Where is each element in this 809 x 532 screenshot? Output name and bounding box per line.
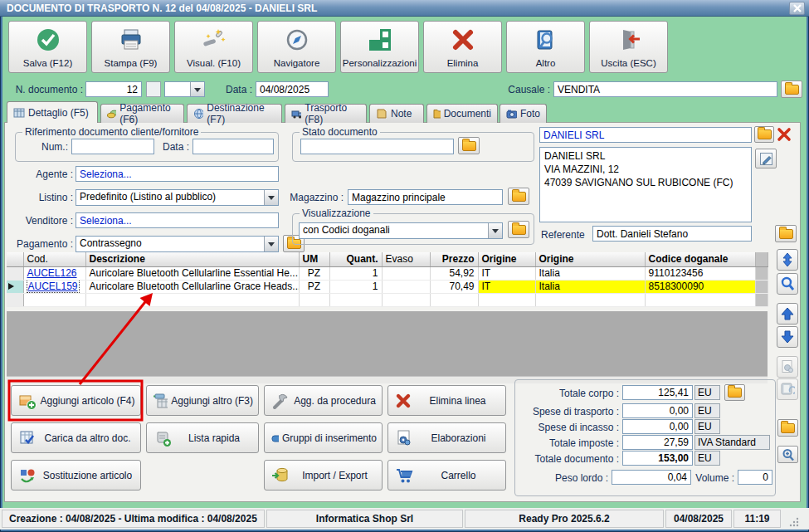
chevron-down-icon[interactable] — [190, 82, 204, 96]
ref-date-input[interactable] — [193, 139, 274, 154]
delete-line-x-icon — [395, 393, 412, 409]
add-from-procedure-button[interactable]: Agg. da procedura — [264, 385, 383, 416]
referente-folder-button[interactable] — [775, 225, 797, 242]
customer-edit-button[interactable] — [755, 149, 777, 168]
customer-clear-button[interactable] — [776, 126, 792, 143]
tab-foto[interactable]: Foto — [500, 104, 547, 123]
visualizzazione-folder-button[interactable] — [508, 221, 529, 238]
causale-folder-button[interactable] — [781, 81, 802, 98]
table-row-selected[interactable]: AUCEL159 Auricolare Bluetooth Cellularli… — [7, 280, 768, 293]
causale-input[interactable] — [553, 81, 777, 97]
doc-number-input[interactable] — [85, 81, 142, 97]
row-settings-button[interactable] — [777, 356, 798, 378]
col-prezzo[interactable]: Prezzo — [430, 252, 478, 266]
quick-list-button[interactable]: Lista rapida — [146, 422, 259, 453]
table-row-empty[interactable] — [7, 293, 768, 306]
tab-documenti[interactable]: Documenti — [426, 104, 498, 123]
navigator-button[interactable]: Navigatore — [257, 21, 336, 73]
folder-icon — [785, 85, 799, 95]
totale-zoom-button[interactable] — [777, 446, 798, 463]
col-descrizione[interactable]: Descrizione — [85, 252, 299, 266]
col-origine[interactable]: Origine — [478, 252, 535, 266]
totale-documento-input[interactable] — [622, 451, 693, 466]
listino-combo[interactable]: Predefinito (Listino al pubblico) — [76, 189, 279, 206]
col-codice-doganale[interactable]: Codice doganale — [645, 252, 755, 266]
tab-trasporto[interactable]: Trasporto (F8) — [285, 104, 367, 123]
tab-note[interactable]: Note — [369, 104, 424, 123]
referente-input[interactable] — [592, 226, 752, 242]
resize-grip-icon[interactable] — [789, 517, 799, 527]
col-evaso[interactable]: Evaso — [382, 252, 430, 266]
venditore-input[interactable] — [76, 212, 279, 228]
pagamento-combo[interactable]: Contrassegno — [76, 236, 279, 252]
cart-button[interactable]: Carrello — [387, 460, 506, 491]
magazzino-folder-button[interactable] — [508, 188, 529, 205]
col-origine-desc[interactable]: Origine — [535, 252, 645, 266]
doc-series-combo[interactable] — [164, 81, 205, 97]
doc-number-suffix-box[interactable] — [146, 81, 161, 97]
print-button[interactable]: Stampa (F9) — [91, 21, 170, 73]
move-row-up-button[interactable] — [777, 303, 798, 325]
totale-corpo-input[interactable] — [622, 385, 693, 400]
exit-button[interactable]: Uscita (ESC) — [589, 21, 668, 73]
gear-page-icon — [780, 359, 795, 374]
tab-dettaglio[interactable]: Dettaglio (F5) — [7, 101, 98, 123]
stato-documento-input[interactable] — [300, 139, 454, 154]
col-cod[interactable]: Cod. — [23, 252, 85, 266]
delete-button[interactable]: Elimina — [423, 21, 502, 73]
agente-input[interactable] — [76, 166, 279, 182]
insert-group-icon — [271, 429, 279, 447]
customer-address-box[interactable]: DANIELI SRL VIA MAZZINI, 12 47039 SAVIGN… — [539, 147, 752, 222]
customer-address-line: VIA MAZZINI, 12 — [544, 163, 747, 176]
import-export-button[interactable]: Import / Export — [264, 460, 383, 491]
chevron-down-icon[interactable] — [264, 190, 278, 205]
stato-folder-button[interactable] — [458, 137, 480, 154]
move-row-down-button[interactable] — [777, 326, 798, 348]
item-code-link[interactable]: AUCEL126 — [27, 267, 77, 279]
add-article-button[interactable]: Aggiungi articolo (F4) — [11, 385, 141, 416]
doc-date-input[interactable] — [256, 81, 329, 97]
magazzino-input[interactable] — [348, 189, 503, 205]
catalog-sync-button[interactable] — [777, 378, 798, 400]
replace-article-button[interactable]: Sostituzione articolo — [11, 460, 141, 491]
folder-icon — [462, 141, 476, 151]
load-from-doc-button[interactable]: Carica da altro doc. — [11, 422, 141, 453]
visualizzazione-combo[interactable]: con Codici doganali — [299, 222, 503, 239]
tab-pagamento[interactable]: Pagamento (F6) — [100, 104, 184, 123]
save-button[interactable]: Salva (F12) — [8, 21, 87, 73]
other-button[interactable]: Altro — [506, 21, 585, 73]
tab-destinazione[interactable]: Destinazione (F7) — [187, 104, 282, 123]
table-row[interactable]: AUCEL126 Auricolare Bluetooth Cellularli… — [7, 266, 768, 280]
squares-icon — [368, 27, 392, 52]
chevron-down-icon[interactable] — [264, 237, 278, 251]
add-other-button[interactable]: Aggiungi altro (F3) — [146, 385, 259, 416]
clear-x-icon — [777, 127, 792, 142]
spese-trasporto-input[interactable] — [622, 403, 693, 418]
volume-input[interactable] — [738, 470, 772, 485]
resize-rows-button[interactable] — [777, 249, 798, 271]
customer-folder-button[interactable] — [754, 126, 774, 143]
search-row-button[interactable] — [777, 273, 798, 295]
customizations-button[interactable]: Personalizzazioni — [340, 21, 419, 73]
preview-button[interactable]: Visual. (F10) — [174, 21, 253, 73]
current-row-marker[interactable] — [7, 280, 23, 293]
spese-incasso-input[interactable] — [622, 419, 693, 434]
customer-name-input[interactable] — [539, 127, 752, 143]
delete-line-button[interactable]: Elimina linea — [387, 385, 506, 416]
folder-icon — [758, 129, 772, 139]
col-quant[interactable]: Quant. — [329, 252, 382, 266]
ref-num-input[interactable] — [71, 139, 154, 154]
elaborations-button[interactable]: Elaborazioni — [387, 422, 506, 453]
totale-corpo-folder-button[interactable] — [724, 384, 745, 401]
totale-imposte-input[interactable] — [622, 435, 693, 450]
chevron-down-icon[interactable] — [488, 223, 502, 238]
item-code-link[interactable]: AUCEL159 — [27, 281, 79, 292]
listino-label: Listino : — [17, 192, 73, 203]
imposte-folder-button[interactable] — [777, 419, 798, 437]
folder-icon — [781, 423, 795, 433]
row-selector[interactable] — [7, 266, 23, 280]
insert-groups-button[interactable]: Gruppi di inserimento — [264, 422, 383, 453]
col-um[interactable]: UM — [299, 252, 329, 266]
peso-lordo-input[interactable] — [612, 470, 691, 485]
close-button[interactable] — [789, 2, 805, 15]
